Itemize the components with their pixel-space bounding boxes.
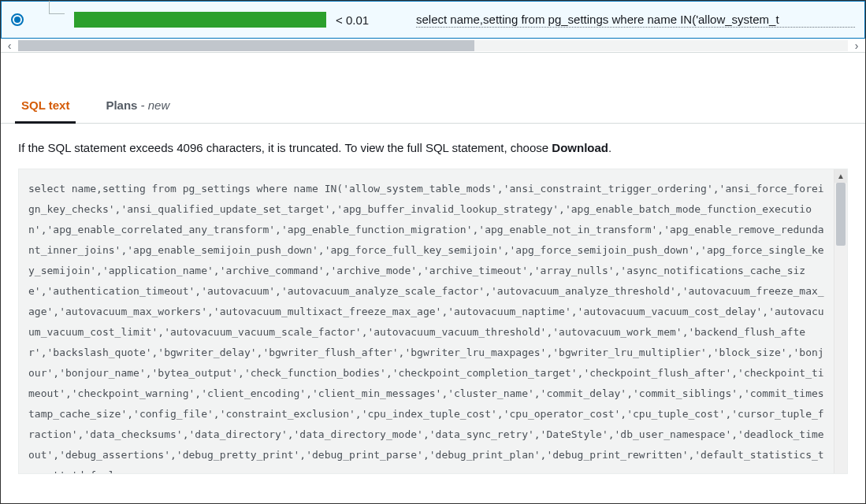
selected-sql-row[interactable]: < 0.01 select name,setting from pg_setti… — [1, 1, 865, 39]
vertical-scrollbar[interactable]: ▲ — [834, 169, 847, 473]
notice-download-word: Download — [552, 141, 608, 154]
scroll-right-icon[interactable]: › — [848, 39, 865, 53]
load-bar-track — [74, 12, 326, 28]
horizontal-scrollbar[interactable]: ‹ › — [1, 39, 865, 53]
tree-connector — [33, 1, 65, 39]
load-value: < 0.01 — [336, 13, 407, 27]
radio-dot — [14, 17, 20, 23]
hscroll-track[interactable] — [18, 40, 848, 51]
tab-plans-suffix: - new — [137, 98, 169, 112]
scroll-up-icon[interactable]: ▲ — [834, 169, 847, 183]
tabs-bar: SQL text Plans - new — [1, 81, 865, 124]
sql-preview-text[interactable]: select name,setting from pg_settings whe… — [416, 13, 855, 28]
tab-sql-text[interactable]: SQL text — [18, 98, 72, 123]
sql-code-block[interactable]: select name,setting from pg_settings whe… — [19, 169, 847, 473]
hscroll-thumb[interactable] — [18, 40, 474, 51]
load-bar-fill — [74, 12, 326, 28]
sql-code-container: select name,setting from pg_settings whe… — [18, 169, 848, 474]
tab-plans-label: Plans — [106, 98, 137, 112]
notice-pre: If the SQL statement exceeds 4096 charac… — [18, 141, 552, 154]
row-radio-selected[interactable] — [11, 13, 24, 26]
truncation-notice: If the SQL statement exceeds 4096 charac… — [18, 141, 848, 154]
tab-content: If the SQL statement exceeds 4096 charac… — [1, 124, 865, 491]
vscroll-thumb[interactable] — [836, 183, 846, 246]
scroll-left-icon[interactable]: ‹ — [1, 39, 18, 53]
notice-post: . — [608, 141, 611, 154]
tab-plans[interactable]: Plans - new — [102, 98, 173, 123]
